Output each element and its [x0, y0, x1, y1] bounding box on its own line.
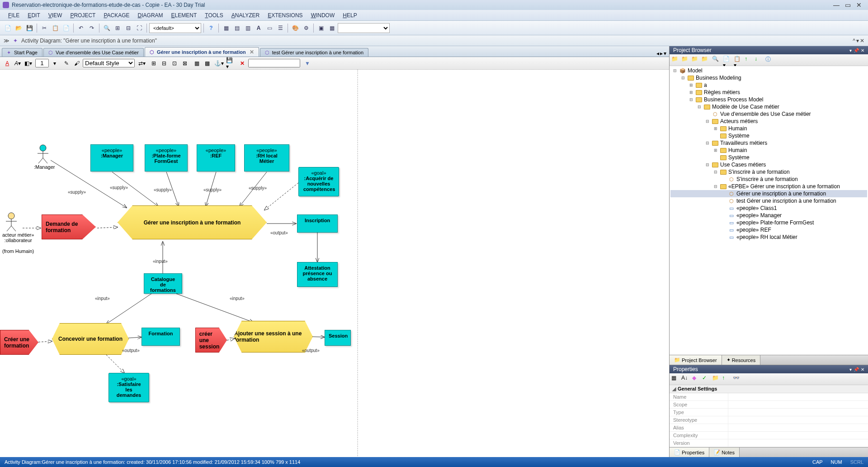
align1-icon[interactable]: ⊞	[149, 59, 158, 68]
funnel-icon[interactable]: ▼	[303, 59, 312, 68]
goal-1[interactable]: «goal»:Satisfaire les demandes	[108, 373, 149, 402]
actor-0[interactable]: :Manager	[34, 144, 55, 170]
tab-3[interactable]: ⬡test Gérer une inscription à une format…	[260, 48, 368, 57]
expand-icon[interactable]: ⊟	[713, 170, 718, 174]
back-icon[interactable]: ≫	[4, 38, 9, 44]
menu-element[interactable]: ELEMENT	[168, 11, 201, 19]
prop-value[interactable]	[728, 416, 868, 424]
cut-icon[interactable]: ✂	[39, 23, 49, 33]
window2-icon[interactable]: ▦	[327, 23, 337, 33]
tab-1[interactable]: ⬡Vue d'ensemble des Use Case métier	[43, 48, 144, 57]
collapse-up-icon[interactable]: ^	[853, 38, 855, 44]
prop-value[interactable]	[728, 393, 868, 400]
menu-tools[interactable]: TOOLS	[201, 11, 226, 19]
tree-item-7[interactable]: ⊟Acteurs métiers	[670, 118, 867, 125]
prop-row-alias[interactable]: Alias	[670, 424, 868, 432]
close-button[interactable]: ✕	[856, 1, 862, 9]
up-icon[interactable]: ↑	[745, 56, 754, 65]
expand-icon[interactable]: ⊟	[705, 119, 710, 124]
diagram-save-icon[interactable]: 💾▾	[226, 59, 235, 68]
minimize-button[interactable]: —	[833, 1, 840, 9]
paste-icon[interactable]: 📄	[61, 23, 71, 33]
expand-icon[interactable]: ⊞	[689, 90, 694, 95]
process-0[interactable]: Gérer une inscription à une formation	[118, 205, 267, 239]
filter-input[interactable]	[248, 59, 300, 67]
tree-item-17[interactable]: ⬡Gérer une inscription à une formation	[670, 190, 867, 197]
copy2-icon[interactable]: 📋▾	[734, 56, 743, 65]
menu-window[interactable]: WINDOW	[307, 11, 339, 19]
tree-item-14[interactable]: ⊟S'inscrire à une formation	[670, 168, 867, 176]
prop-value[interactable]	[728, 439, 868, 447]
align2-icon[interactable]: ⊟	[160, 59, 169, 68]
output-4[interactable]: Session	[325, 330, 351, 346]
copy-icon[interactable]: 📋	[50, 23, 60, 33]
redo-icon[interactable]: ↷	[87, 23, 97, 33]
event-0[interactable]: Demande de formation	[42, 214, 96, 239]
text-icon[interactable]: A	[254, 23, 264, 33]
new-diagram-icon[interactable]: 📁	[681, 56, 690, 65]
menu-help[interactable]: HELP	[339, 11, 360, 19]
prop-value[interactable]	[728, 424, 868, 431]
help-icon[interactable]: ?	[206, 23, 216, 33]
event-1[interactable]: Créer une formation	[0, 330, 38, 355]
zoom-out-icon[interactable]: ⊟	[123, 23, 133, 33]
doc-icon[interactable]: 📄▾	[723, 56, 732, 65]
people-0[interactable]: «people»:Manager	[90, 144, 133, 172]
panel-tab-0[interactable]: 📁Project Browser	[670, 355, 722, 365]
expand-icon[interactable]: ⊞	[713, 126, 718, 131]
tree-item-9[interactable]: Système	[670, 132, 867, 139]
menu-edit[interactable]: EDIT	[24, 11, 43, 19]
tab-prev-icon[interactable]: ◂	[656, 50, 659, 57]
new-pkg-icon[interactable]: 📁	[671, 56, 680, 65]
expand-icon[interactable]: ⊞	[713, 148, 718, 152]
zoom-icon[interactable]: 🔍	[102, 23, 112, 33]
props-pin2-icon[interactable]: 📌	[854, 367, 859, 372]
menu-diagram[interactable]: DIAGRAM	[134, 11, 167, 19]
project-tree[interactable]: ⊟📦Model⊟Business Modeling⊞a⊞Règles métie…	[670, 66, 868, 355]
grid3-icon[interactable]: ▥	[243, 23, 253, 33]
menu-analyzer[interactable]: ANALYZER	[228, 11, 263, 19]
props-pin-icon[interactable]: ▾	[849, 367, 852, 372]
output-3[interactable]: Formation	[142, 328, 180, 346]
font-color-icon[interactable]: A	[3, 59, 12, 68]
grid1-icon[interactable]: ▦	[221, 23, 231, 33]
palette-icon[interactable]: 🎨	[290, 23, 300, 33]
delete-icon[interactable]: ✕	[238, 59, 247, 68]
find-icon[interactable]: 🔍	[712, 56, 721, 65]
text-style-icon[interactable]: A▾	[13, 59, 22, 68]
style-select[interactable]: <default>	[149, 23, 201, 33]
save-icon[interactable]: 💾	[24, 23, 34, 33]
props-close-icon[interactable]: ✕	[861, 367, 864, 372]
info-icon[interactable]: ⓘ	[765, 56, 774, 65]
menu-file[interactable]: FILE	[5, 11, 23, 19]
props-tab-0[interactable]: 📄Properties	[670, 448, 709, 457]
arrange1-icon[interactable]: ⇄▾	[137, 59, 146, 68]
actor-1[interactable]: acteur métier»:ollaborateur(from Humain)	[2, 212, 34, 254]
tree-item-12[interactable]: Système	[670, 154, 867, 161]
diamond-icon[interactable]: ◆	[692, 375, 701, 384]
prop-value[interactable]	[728, 409, 868, 416]
align4-icon[interactable]: ⊠	[180, 59, 189, 68]
prop-row-version[interactable]: Version	[670, 439, 868, 447]
tree-item-16[interactable]: ⊟«EPBE» Gérer une inscription à une form…	[670, 183, 867, 190]
style-select-2[interactable]: Default Style	[83, 59, 135, 67]
tab-2[interactable]: ⬡Gérer une inscription à une formation✕	[145, 47, 259, 57]
new-icon[interactable]: 📄	[3, 23, 13, 33]
up2-icon[interactable]: ↑	[722, 375, 731, 384]
grid2-icon[interactable]: ▤	[232, 23, 242, 33]
tree-item-3[interactable]: ⊞Règles métiers	[670, 89, 867, 96]
prop-row-type[interactable]: Type	[670, 409, 868, 416]
prop-value[interactable]	[728, 401, 868, 408]
pencil-icon[interactable]: ✎	[62, 59, 71, 68]
toolbar-combo[interactable]	[338, 23, 390, 33]
tab-menu-icon[interactable]: ▾	[664, 50, 666, 57]
new-elem-icon[interactable]: 📁	[691, 56, 700, 65]
undo-icon[interactable]: ↶	[76, 23, 86, 33]
tab-next-icon[interactable]: ▸	[660, 50, 663, 57]
panel-close-icon[interactable]: ✕	[861, 48, 864, 53]
new-model-icon[interactable]: 📁	[701, 56, 710, 65]
expand-icon[interactable]: ⊟	[705, 141, 710, 145]
group1-icon[interactable]: ▦	[192, 59, 201, 68]
tree-item-19[interactable]: ▭«people» Class1	[670, 205, 867, 212]
menu-view[interactable]: VIEW	[45, 11, 66, 19]
